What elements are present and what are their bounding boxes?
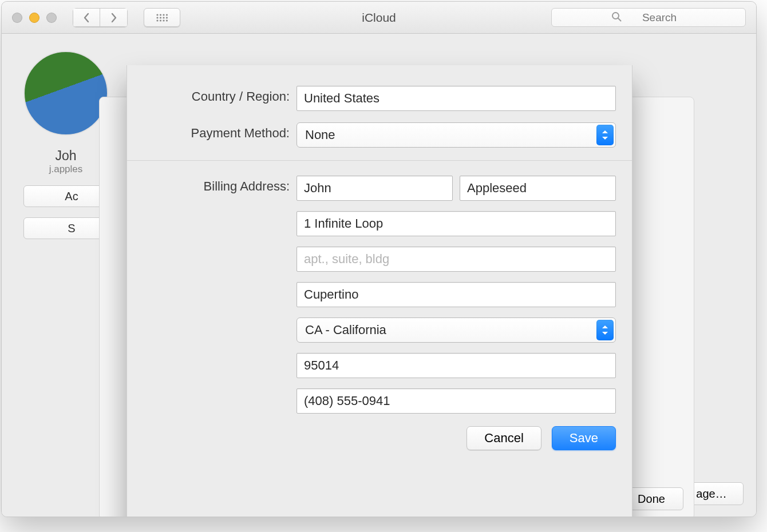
phone-field[interactable] [296,388,616,414]
svg-line-13 [618,18,621,21]
svg-point-9 [160,19,161,21]
minimize-icon[interactable] [29,13,39,23]
grid-icon [156,13,168,22]
svg-point-6 [163,17,164,18]
titlebar: iCloud [2,2,756,34]
svg-point-8 [156,19,158,21]
svg-point-0 [156,14,158,15]
chevron-right-icon [110,13,117,23]
save-button[interactable]: Save [552,426,616,450]
billing-label: Billing Address: [143,176,296,194]
avatar[interactable] [23,51,108,136]
traffic-lights [12,13,57,23]
close-icon[interactable] [12,13,22,23]
preferences-body: Joh j.apples Ac S age… Done Country / Re… [2,34,756,517]
svg-point-1 [160,14,161,15]
show-all-button[interactable] [144,8,180,27]
search-wrap [551,8,746,27]
first-name-field[interactable] [296,176,453,201]
svg-point-3 [166,14,168,15]
stepper-icon [596,125,614,145]
svg-point-4 [156,17,158,18]
svg-point-5 [160,17,161,18]
svg-point-11 [166,19,168,21]
zip-field[interactable] [296,353,616,378]
country-label: Country / Region: [143,86,296,104]
payment-method-popup[interactable]: None [296,122,616,148]
svg-point-2 [163,14,164,15]
zoom-icon[interactable] [46,13,57,23]
payment-sheet: Country / Region: Payment Method: None B… [126,65,632,517]
nav-segmented [73,8,128,27]
last-name-field[interactable] [460,176,616,201]
cancel-button[interactable]: Cancel [466,426,541,450]
street1-field[interactable] [296,211,616,236]
svg-point-7 [166,17,168,18]
country-field[interactable] [296,86,616,111]
account-email: j.apples [23,164,108,175]
forward-button[interactable] [100,8,128,27]
divider [127,160,632,161]
street2-field[interactable] [296,247,616,272]
sheet-footer: Cancel Save [143,426,616,450]
state-value: CA - California [305,323,386,338]
account-name: Joh [23,148,108,164]
search-input[interactable] [551,8,746,27]
payment-label: Payment Method: [143,122,296,141]
search-icon [611,11,622,24]
preferences-window: iCloud Joh j.apples Ac S age… Done [1,1,757,517]
back-button[interactable] [73,8,100,27]
state-popup[interactable]: CA - California [296,317,616,343]
stepper-icon [596,320,614,340]
city-field[interactable] [296,282,616,307]
chevron-left-icon [83,13,90,23]
svg-point-10 [163,19,164,21]
payment-method-value: None [305,128,335,142]
